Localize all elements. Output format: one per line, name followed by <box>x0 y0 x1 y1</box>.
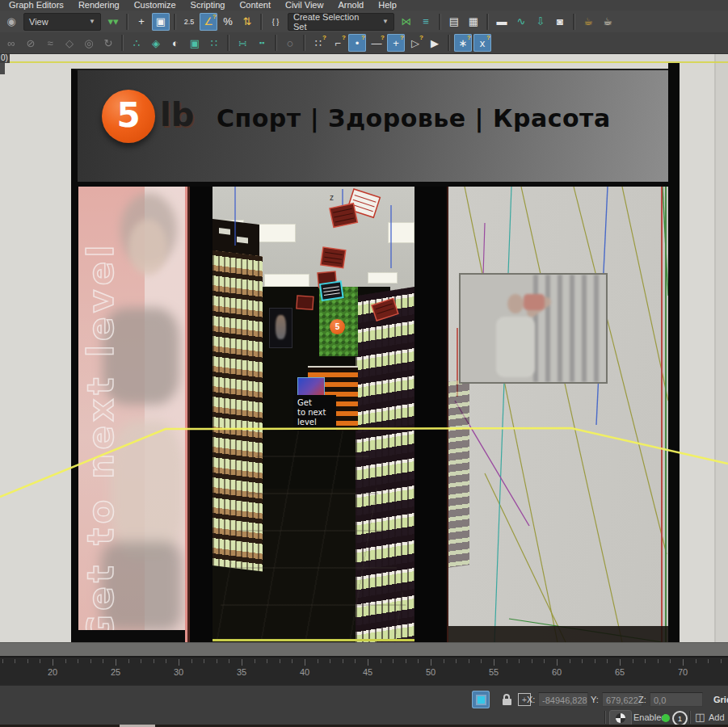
ruler-tick <box>292 659 292 663</box>
y-coordinate-field[interactable]: 679,622 <box>602 692 642 707</box>
grid-size-label: Grid <box>713 695 728 704</box>
ruler-tick <box>179 659 179 666</box>
select-and-link-icon[interactable]: ∞ <box>2 34 20 52</box>
menu-customize[interactable]: Customize <box>127 0 183 11</box>
ruler-frame-label: 50 <box>426 667 436 677</box>
center-tool-icon[interactable]: ◎ <box>80 34 98 52</box>
grid-pills-icon[interactable]: ▪▪ <box>253 34 271 52</box>
ruler-tick <box>355 659 356 663</box>
x-coordinate-label: X: <box>527 695 535 704</box>
x-coordinate-field[interactable]: -84946,828 <box>538 692 588 707</box>
snap-all-override-icon[interactable]: ∗? <box>454 34 472 52</box>
schematic-view-icon[interactable]: ⇩ <box>532 13 549 31</box>
scene-explorer-icon[interactable]: ▤ <box>445 13 463 31</box>
snap-grid-override-icon[interactable]: ∷? <box>309 34 327 52</box>
ruler-tick <box>444 659 444 663</box>
shelf-behind-glass <box>448 379 469 568</box>
storefront-right-frame <box>668 63 680 642</box>
snap-to-selection-icon[interactable]: ▣ <box>186 34 204 52</box>
snap-to-points-icon[interactable]: ∷ <box>205 34 223 52</box>
snap-to-sphere-icon[interactable]: ◐ <box>166 34 184 52</box>
store-interior: 5 Getto nextlevel <box>213 187 414 642</box>
ruler-tick <box>204 659 204 663</box>
ruler-tick <box>658 659 659 663</box>
sign-title: Спорт | Здоровье | Красота <box>217 104 669 132</box>
logo-suffix: lb <box>160 96 194 133</box>
snaps-toggle-icon[interactable]: 2.5 <box>180 13 198 31</box>
add-time-tag-label[interactable]: Add <box>709 712 725 722</box>
moss-wall: 5 <box>319 287 358 356</box>
bind-to-space-warp-icon[interactable]: ≈ <box>41 34 59 52</box>
ruler-tick <box>242 659 242 666</box>
loop-tool-icon[interactable]: ↻ <box>99 34 117 52</box>
ruler-tick <box>267 659 267 663</box>
ruler-tick <box>633 659 633 663</box>
ruler-tick <box>544 659 545 663</box>
z-coordinate-field[interactable]: 0,0 <box>650 692 703 707</box>
snap-clear-override-icon[interactable]: x? <box>473 34 491 52</box>
snap-edge-override-icon[interactable]: —? <box>368 34 385 52</box>
menu-graph-editors[interactable]: Graph Editors <box>2 0 71 11</box>
snap-face-override-icon[interactable]: ▶ <box>426 34 444 52</box>
select-and-place-icon[interactable]: ◉ <box>2 13 20 31</box>
spinner-snap-icon[interactable]: ⇅ <box>238 13 256 31</box>
mirror-icon[interactable]: ⋈ <box>398 13 415 31</box>
keyboard-override-icon[interactable]: ▣ <box>152 13 170 31</box>
grid-points-icon[interactable]: ∺ <box>234 34 251 52</box>
unlink-selection-icon[interactable]: ⊘ <box>22 34 40 52</box>
chevron-down-icon: ▼ <box>374 18 389 25</box>
snap-angle-override-icon[interactable]: ⌐? <box>329 34 347 52</box>
isolate-selection-icon[interactable] <box>472 691 490 708</box>
snap-normal-override-icon[interactable]: ▷? <box>406 34 424 52</box>
percent-snap-icon[interactable]: % <box>219 13 237 31</box>
soft-selection-icon[interactable]: ◌ <box>281 34 299 52</box>
edit-named-selection-sets-icon[interactable]: { } <box>267 13 284 31</box>
snap-to-pivot-icon[interactable]: ∴ <box>128 34 145 52</box>
track-bar[interactable]: 2025303540455055606570 <box>0 656 728 687</box>
ruler-tick <box>65 659 66 663</box>
side-poster: Get to next level <box>71 187 187 642</box>
menu-scripting[interactable]: Scripting <box>183 0 233 11</box>
ruler-tick <box>607 659 608 663</box>
render-setup-icon[interactable]: ☕ <box>579 13 597 31</box>
menu-arnold[interactable]: Arnold <box>330 0 371 11</box>
layer-explorer-icon[interactable]: ▦ <box>465 13 482 31</box>
interior-sign-line: Get <box>297 398 336 408</box>
toolbar-separator <box>126 14 128 30</box>
ruler-frame-label: 45 <box>363 667 372 677</box>
entry-column-left <box>187 187 213 642</box>
rendered-frame-window-icon[interactable]: ☕ <box>599 13 616 31</box>
ruler-frame-label: 55 <box>489 667 499 677</box>
scene-security-icon[interactable] <box>609 710 632 726</box>
ruler-tick <box>40 659 40 663</box>
snap-to-bounding-box-icon[interactable]: ◈ <box>147 34 165 52</box>
ruler-tick <box>582 659 583 663</box>
selection-lock-icon[interactable] <box>498 691 515 708</box>
use-pivot-center-icon[interactable]: ▾▾ <box>104 13 122 31</box>
ruler-tick <box>494 659 494 666</box>
ruler-tick <box>255 659 255 663</box>
menu-help[interactable]: Help <box>371 0 404 11</box>
ribbon-toggle-icon[interactable]: ▬ <box>493 13 511 31</box>
interior-sign-line: to next <box>297 408 336 418</box>
snap-midpoint-override-icon[interactable]: +? <box>387 34 405 52</box>
menu-content[interactable]: Content <box>232 0 278 11</box>
toolbar-separator <box>227 35 229 51</box>
align-icon[interactable]: ≡ <box>417 13 435 31</box>
named-selection-set-dropdown[interactable]: Create Selection Set ▼ <box>288 13 394 31</box>
menu-civil-view[interactable]: Civil View <box>278 0 330 11</box>
curve-editor-icon[interactable]: ∿ <box>512 13 530 31</box>
moss-wall-logo: 5 <box>330 319 345 334</box>
ruler-tick <box>343 659 343 663</box>
perspective-viewport[interactable]: 0) 5 lb Спорт | Здоровье | Красота Get t… <box>0 53 728 656</box>
pivot-tool-icon[interactable]: ◇ <box>61 34 78 52</box>
ruler-tick <box>507 659 507 663</box>
spline-top <box>0 61 728 63</box>
angle-snap-icon[interactable]: ∠? <box>200 13 217 31</box>
menu-rendering[interactable]: Rendering <box>71 0 127 11</box>
select-and-manipulate-icon[interactable]: + <box>133 13 150 31</box>
reference-coordinate-dropdown[interactable]: View ▼ <box>23 13 101 31</box>
snap-point-override-icon[interactable]: •? <box>348 34 366 52</box>
material-editor-icon[interactable]: ◙ <box>551 13 569 31</box>
status-bar: + X: -84946,828 Y: 679,622 Z: 0,0 Grid E… <box>0 685 728 725</box>
